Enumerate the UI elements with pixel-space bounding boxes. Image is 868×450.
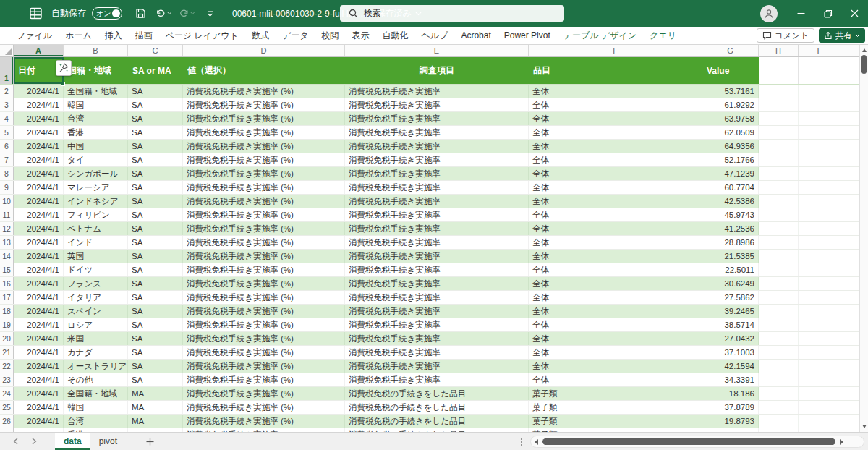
cell-D7[interactable]: 消費税免税手続き実施率 (%) [183,153,345,166]
cell-empty[interactable] [799,85,838,98]
cell-C5[interactable]: SA [128,126,183,139]
cell-F2[interactable]: 全体 [529,85,702,98]
redo-button[interactable] [179,5,195,22]
cell-A25[interactable]: 2024/4/1 [14,401,64,414]
cell-empty[interactable] [759,277,799,290]
column-header-E[interactable]: E [345,45,529,56]
column-header-H[interactable]: H [759,45,799,56]
cell-empty[interactable] [799,387,838,400]
cell-A6[interactable]: 2024/4/1 [14,140,64,153]
cell-empty[interactable] [759,222,799,235]
cell-F4[interactable]: 全体 [529,112,702,125]
cell-empty[interactable] [799,346,838,359]
cell-empty[interactable] [838,263,859,276]
account-avatar[interactable] [760,5,778,22]
row-header-22[interactable]: 22 [0,360,14,373]
cell-empty[interactable] [759,373,799,386]
cell-C21[interactable]: SA [128,346,183,359]
cell-C17[interactable]: SA [128,291,183,304]
cell-D14[interactable]: 消費税免税手続き実施率 (%) [183,250,345,263]
cell-B11[interactable]: フィリピン [64,208,128,221]
cell-A11[interactable]: 2024/4/1 [14,208,64,221]
cell-E15[interactable]: 消費税免税手続き実施率 [345,263,529,276]
cell-empty[interactable] [838,195,859,208]
cell-F20[interactable]: 全体 [529,332,702,345]
cell-B26[interactable]: 台湾 [64,415,128,428]
cell-empty[interactable] [838,153,859,166]
cell-D23[interactable]: 消費税免税手続き実施率 (%) [183,373,345,386]
cell-G12[interactable]: 41.2536 [702,222,759,235]
cell-F10[interactable]: 全体 [529,195,702,208]
cell-G6[interactable]: 64.9356 [702,140,759,153]
cell-F17[interactable]: 全体 [529,291,702,304]
cell-D3[interactable]: 消費税免税手続き実施率 (%) [183,98,345,111]
cell-B19[interactable]: ロシア [64,318,128,331]
select-all-corner[interactable] [0,45,14,56]
cell-A12[interactable]: 2024/4/1 [14,222,64,235]
cell-C4[interactable]: SA [128,112,183,125]
cell-G14[interactable]: 21.5385 [702,250,759,263]
cell-E21[interactable]: 消費税免税手続き実施率 [345,346,529,359]
cell-D9[interactable]: 消費税免税手続き実施率 (%) [183,181,345,194]
scroll-right-arrow[interactable] [840,439,843,445]
ribbon-tab-テーブル デザイン[interactable]: テーブル デザイン [557,27,643,44]
horizontal-scroll-thumb[interactable] [542,438,835,445]
save-icon[interactable] [132,5,148,22]
cell-E2[interactable]: 消費税免税手続き実施率 [345,85,529,98]
cell-G24[interactable]: 18.186 [702,387,759,400]
cell-empty[interactable] [759,112,799,125]
cell-E8[interactable]: 消費税免税手続き実施率 [345,167,529,180]
row-header-18[interactable]: 18 [0,305,14,318]
cell-E26[interactable]: 消費税免税の手続きをした品目 [345,415,529,428]
ribbon-tab-ホーム[interactable]: ホーム [59,27,98,44]
search-box[interactable]: 検索 [340,5,564,22]
cell-G2[interactable]: 53.7161 [702,85,759,98]
cell-B17[interactable]: イタリア [64,291,128,304]
column-header-G[interactable]: G [702,45,759,56]
cell-C26[interactable]: MA [128,415,183,428]
cell-G22[interactable]: 42.1594 [702,360,759,373]
autosave-toggle[interactable]: オン [92,7,122,20]
cell-A14[interactable]: 2024/4/1 [14,250,64,263]
cell-F22[interactable]: 全体 [529,360,702,373]
cell-empty[interactable] [759,332,799,345]
cell-F25[interactable]: 菓子類 [529,401,702,414]
cell-empty[interactable] [799,140,838,153]
header-cell-D1[interactable]: 値（選択） [183,57,345,84]
cell-F12[interactable]: 全体 [529,222,702,235]
cell-empty[interactable] [759,153,799,166]
cell-empty[interactable] [799,236,838,249]
row-header-7[interactable]: 7 [0,153,14,166]
row-header-6[interactable]: 6 [0,140,14,153]
cell-empty[interactable] [799,126,838,139]
cell-A18[interactable]: 2024/4/1 [14,305,64,318]
cell-empty[interactable] [799,415,838,428]
cell-G8[interactable]: 47.1239 [702,167,759,180]
cell-D26[interactable]: 消費税免税手続き実施率 (%) [183,415,345,428]
cell-E7[interactable]: 消費税免税手続き実施率 [345,153,529,166]
cell-empty[interactable] [838,318,859,331]
cell-D18[interactable]: 消費税免税手続き実施率 (%) [183,305,345,318]
cell-A19[interactable]: 2024/4/1 [14,318,64,331]
row-header-14[interactable]: 14 [0,250,14,263]
cell-empty[interactable] [838,415,859,428]
row-header-9[interactable]: 9 [0,181,14,194]
cell-G25[interactable]: 37.8789 [702,401,759,414]
row-header-11[interactable]: 11 [0,208,14,221]
sheet-tab-data[interactable]: data [55,433,90,450]
cell-F19[interactable]: 全体 [529,318,702,331]
cell-C11[interactable]: SA [128,208,183,221]
ribbon-tab-ヘルプ[interactable]: ヘルプ [415,27,455,44]
cell-C25[interactable]: MA [128,401,183,414]
cell-D10[interactable]: 消費税免税手続き実施率 (%) [183,195,345,208]
cell-empty[interactable] [759,401,799,414]
cell-E11[interactable]: 消費税免税手続き実施率 [345,208,529,221]
cell-B14[interactable]: 英国 [64,250,128,263]
cell-empty[interactable] [799,291,838,304]
cell-empty[interactable] [759,291,799,304]
cell-empty[interactable] [838,305,859,318]
cell-empty[interactable] [799,153,838,166]
cell-E19[interactable]: 消費税免税手続き実施率 [345,318,529,331]
ribbon-tab-Power Pivot[interactable]: Power Pivot [498,27,557,44]
cell-B3[interactable]: 韓国 [64,98,128,111]
